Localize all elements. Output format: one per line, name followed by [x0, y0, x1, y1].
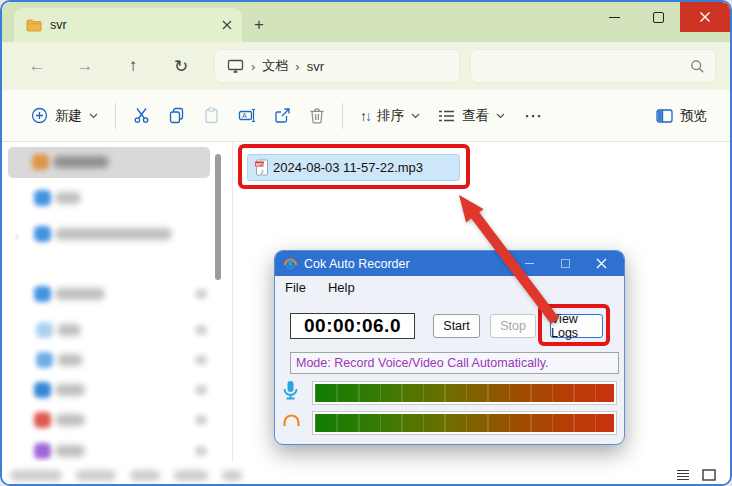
breadcrumb[interactable]: › 文档 › svr — [214, 49, 460, 83]
sidebar-icon-redacted — [32, 154, 49, 170]
breadcrumb-item-svr[interactable]: svr — [307, 59, 324, 74]
close-button[interactable] — [680, 2, 730, 32]
search-input[interactable] — [481, 59, 690, 74]
details-view-button[interactable] — [672, 465, 694, 485]
toolbar-divider — [115, 103, 116, 129]
sidebar-label-redacted — [53, 156, 109, 168]
command-toolbar: 新建 A — [2, 90, 730, 142]
forward-button[interactable]: → — [68, 49, 102, 83]
dialog-maximize-button[interactable] — [550, 254, 580, 274]
minimize-icon — [609, 17, 620, 18]
sidebar-label-redacted — [55, 445, 85, 457]
dialog-minimize-icon — [525, 263, 534, 264]
status-bar — [2, 462, 730, 486]
file-item-mp3[interactable]: MP3 ♪ 2024-08-03 11-57-22.mp3 — [247, 154, 460, 181]
title-bar: svr + — [2, 2, 730, 42]
new-label: 新建 — [55, 107, 82, 125]
sidebar-label-redacted — [55, 288, 105, 300]
svg-text:A: A — [242, 112, 247, 119]
preview-button[interactable]: 预览 — [647, 100, 716, 132]
copy-icon — [168, 107, 185, 124]
up-button[interactable]: ↑ — [116, 49, 150, 83]
new-button[interactable]: 新建 — [22, 100, 107, 132]
expand-chevron-icon[interactable]: › — [15, 230, 19, 242]
view-button[interactable]: 查看 — [429, 100, 514, 132]
breadcrumb-item-documents[interactable]: 文档 — [262, 57, 288, 75]
sidebar-label-redacted — [57, 324, 81, 336]
close-icon — [699, 11, 711, 23]
pin-icon — [195, 325, 207, 335]
dialog-minimize-button[interactable] — [514, 254, 544, 274]
paste-button[interactable] — [194, 100, 229, 131]
view-logs-button[interactable]: View Logs — [550, 314, 603, 338]
sidebar-scrollbar[interactable] — [215, 154, 221, 280]
sidebar-icon-redacted — [34, 382, 51, 398]
share-button[interactable] — [265, 100, 300, 131]
dialog-maximize-icon — [561, 259, 570, 268]
sidebar-icon-redacted — [34, 190, 51, 206]
large-icons-view-icon — [702, 469, 716, 481]
pin-icon — [195, 289, 207, 299]
new-plus-icon — [31, 107, 48, 124]
tab-svr[interactable]: svr — [14, 8, 242, 42]
recorder-app-icon — [283, 256, 298, 271]
minimize-button[interactable] — [592, 2, 636, 32]
trash-icon — [309, 107, 325, 124]
dialog-title: Cok Auto Recorder — [304, 257, 508, 271]
rename-button[interactable]: A — [229, 100, 265, 131]
sort-icon: ↑↓ — [360, 108, 370, 124]
sort-button[interactable]: ↑↓ 排序 — [351, 100, 429, 132]
breadcrumb-separator-icon: › — [251, 59, 255, 74]
delete-button[interactable] — [300, 100, 334, 131]
dialog-close-button[interactable] — [586, 254, 616, 274]
toolbar-divider — [342, 103, 343, 129]
navigation-sidebar: › — [2, 142, 233, 462]
maximize-button[interactable] — [636, 2, 680, 32]
pin-icon — [195, 415, 207, 425]
dialog-close-icon — [596, 258, 607, 269]
status-text-redacted — [174, 470, 208, 481]
mode-text: Mode: Record Voice/Video Call Automatica… — [296, 356, 548, 370]
status-text-redacted — [76, 470, 116, 481]
tab-close-icon[interactable] — [222, 20, 232, 30]
cok-auto-recorder-dialog: Cok Auto Recorder File Help 00:00:06.0 S… — [274, 250, 625, 445]
file-name: 2024-08-03 11-57-22.mp3 — [273, 160, 423, 175]
svg-text:♪: ♪ — [260, 167, 264, 176]
menu-help[interactable]: Help — [328, 280, 355, 295]
timer-display: 00:00:06.0 — [290, 313, 415, 339]
headphones-icon — [282, 413, 301, 428]
status-text-redacted — [10, 470, 62, 481]
start-button[interactable]: Start — [433, 314, 480, 338]
stop-button[interactable]: Stop — [490, 314, 536, 338]
menu-file[interactable]: File — [285, 280, 306, 295]
view-list-icon — [438, 109, 455, 123]
sidebar-label-redacted — [55, 414, 85, 426]
new-tab-button[interactable]: + — [242, 8, 276, 42]
sidebar-icon-redacted — [36, 322, 53, 338]
more-options-button[interactable]: ⋯ — [514, 98, 552, 134]
pin-icon — [195, 446, 207, 456]
microphone-icon — [282, 380, 299, 401]
large-icons-view-button[interactable] — [698, 465, 720, 485]
pin-icon — [195, 355, 207, 365]
rename-icon: A — [238, 107, 256, 124]
cut-button[interactable] — [124, 100, 159, 131]
dialog-title-bar[interactable]: Cok Auto Recorder — [275, 251, 624, 276]
back-button[interactable]: ← — [20, 49, 54, 83]
view-label: 查看 — [462, 107, 489, 125]
chevron-down-icon — [89, 113, 98, 119]
explorer-window: svr + ← → ↑ ↻ › 文档 › svr — [0, 0, 732, 486]
navigation-bar: ← → ↑ ↻ › 文档 › svr — [2, 42, 730, 90]
search-box[interactable] — [470, 49, 716, 83]
share-icon — [274, 107, 291, 124]
sidebar-icon-redacted — [34, 226, 51, 242]
speaker-level-meter — [313, 412, 616, 434]
paste-icon — [203, 107, 220, 124]
this-pc-icon — [227, 59, 244, 73]
preview-pane-icon — [656, 109, 673, 123]
dialog-menu-bar: File Help — [275, 276, 624, 299]
refresh-button[interactable]: ↻ — [164, 49, 198, 83]
chevron-down-icon — [411, 113, 420, 119]
copy-button[interactable] — [159, 100, 194, 131]
sidebar-icon-redacted — [36, 352, 53, 368]
